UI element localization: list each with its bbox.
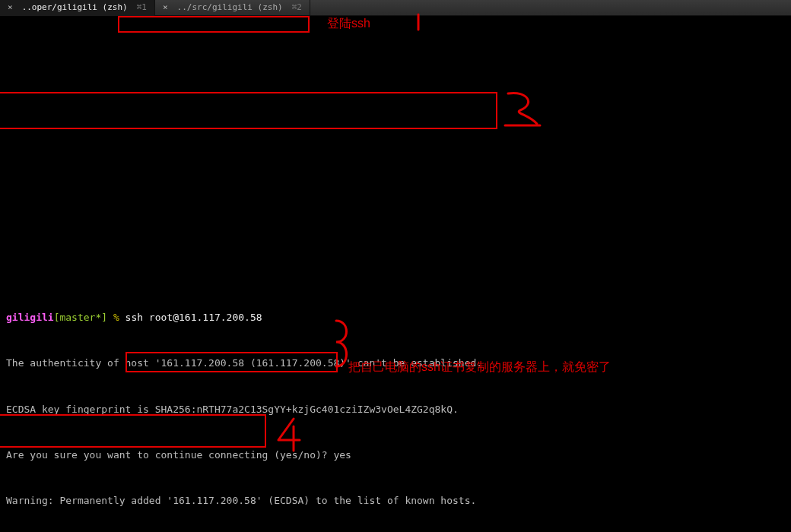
- prompt-branch: [master*]: [54, 312, 107, 323]
- output-line: The authenticity of host '161.117.200.58…: [6, 356, 785, 371]
- annotation-box-2: [0, 92, 497, 129]
- tab-2[interactable]: × ../src/giligili (zsh) ⌘2: [155, 0, 310, 16]
- close-icon[interactable]: ×: [8, 1, 13, 14]
- annotation-label-1: 登陆ssh: [327, 14, 370, 33]
- tab-hotkey: ⌘2: [292, 1, 302, 14]
- prompt-line: giligili[master*] % ssh root@161.117.200…: [6, 310, 785, 325]
- command-text: ssh root@161.117.200.58: [119, 312, 262, 323]
- tab-label: ..oper/giligili (zsh): [22, 1, 128, 14]
- tab-hotkey: ⌘1: [137, 1, 147, 14]
- tab-label: ../src/giligili (zsh): [177, 1, 283, 14]
- titlebar: × ..oper/giligili (zsh) ⌘1 × ../src/gili…: [0, 0, 791, 16]
- annotation-box-4: [0, 414, 266, 448]
- annotation-number-2: [502, 89, 548, 135]
- output-line: Are you sure you want to continue connec…: [6, 448, 785, 463]
- prompt-user: giligili: [6, 312, 54, 323]
- tab-1[interactable]: × ..oper/giligili (zsh) ⌘1: [0, 0, 155, 16]
- output-line: Warning: Permanently added '161.117.200.…: [6, 493, 785, 508]
- prompt-symbol: %: [107, 312, 119, 323]
- close-icon[interactable]: ×: [163, 1, 168, 14]
- output-line: ECDSA key fingerprint is SHA256:nRTH77a2…: [6, 402, 785, 417]
- annotation-box-1: [118, 16, 310, 33]
- terminal[interactable]: 登陆ssh 把自己电脑的ssh证书复制的服务器上，就免密了 giligili[m…: [0, 16, 791, 532]
